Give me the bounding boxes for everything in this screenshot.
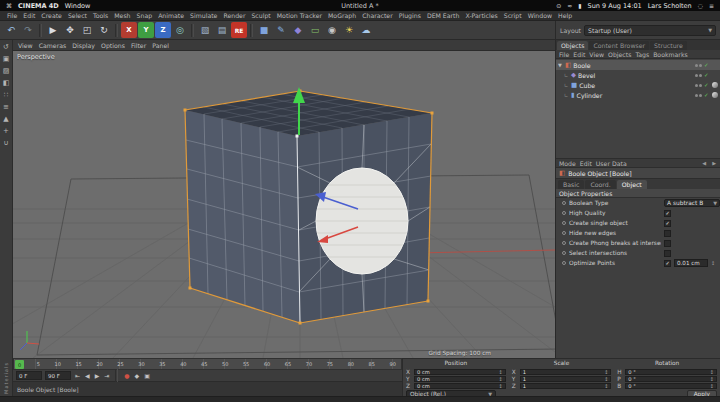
anim-dot-icon[interactable] <box>562 261 566 265</box>
cube-primitive-icon[interactable]: ■ <box>256 22 272 38</box>
y-axis-lock-button[interactable]: Y <box>138 22 154 38</box>
redo-icon[interactable]: ↷ <box>20 22 36 38</box>
vp-menu-options[interactable]: Options <box>99 42 127 49</box>
stepper-icon[interactable]: ↕ <box>498 383 502 389</box>
layout-dropdown[interactable]: Startup (User) ▼ <box>584 25 716 36</box>
z-axis-lock-button[interactable]: Z <box>155 22 171 38</box>
snap-icon[interactable]: ∪ <box>3 140 8 147</box>
scale-tool-icon[interactable]: ◰ <box>79 22 95 38</box>
scale-z-field[interactable]: 1↕ <box>520 383 612 389</box>
points-mode-icon[interactable]: ∷ <box>4 92 8 99</box>
undo-icon[interactable]: ↶ <box>3 22 19 38</box>
menu-item-tools[interactable]: Tools <box>90 12 111 19</box>
vp-menu-cameras[interactable]: Cameras <box>37 42 69 49</box>
vp-menu-display[interactable]: Display <box>70 42 97 49</box>
stepper-icon[interactable]: ↕ <box>710 376 714 382</box>
end-frame-field[interactable]: 90 F <box>45 371 71 380</box>
position-y-field[interactable]: 0 cm↕ <box>414 376 506 382</box>
coordinate-system-icon[interactable]: ◎ <box>172 22 188 38</box>
record-options-icon[interactable]: ▣ <box>143 372 151 379</box>
light-icon[interactable]: ☀ <box>341 22 357 38</box>
om-menu-objects[interactable]: Objects <box>608 51 631 58</box>
battery-icon[interactable]: ▮ <box>578 2 581 9</box>
app-menu-name[interactable]: CINEMA 4D <box>18 2 59 10</box>
render-view-icon[interactable]: ▧ <box>197 22 213 38</box>
object-properties-header[interactable]: Object Properties <box>556 189 720 198</box>
scale-x-field[interactable]: 1↕ <box>520 369 612 375</box>
stepper-icon[interactable]: ↕ <box>710 369 714 375</box>
vp-menu-filter[interactable]: Filter <box>129 42 148 49</box>
display-icon[interactable]: ⊙ <box>556 2 561 9</box>
menu-item-dem-earth[interactable]: DEM Earth <box>424 12 463 19</box>
visibility-dots[interactable] <box>695 64 702 67</box>
tab-objects[interactable]: Objects <box>557 41 588 50</box>
mac-menu-window[interactable]: Window <box>65 2 91 10</box>
stepper-icon[interactable]: ↕ <box>710 383 714 389</box>
stepper-icon[interactable]: ↕ <box>498 376 502 382</box>
attr-menu-mode[interactable]: Mode <box>559 160 576 167</box>
move-tool-icon[interactable]: ✥ <box>62 22 78 38</box>
cube-left-face[interactable] <box>185 110 300 323</box>
tab-content-browser[interactable]: Content Browser <box>589 41 649 50</box>
model-mode-icon[interactable]: ▣ <box>3 56 10 63</box>
mac-clock[interactable]: Sun 9 Aug 14:01 <box>588 2 642 10</box>
tab-structure[interactable]: Structure <box>650 41 687 50</box>
select-intersections-checkbox[interactable] <box>664 250 671 257</box>
materials-panel-tab[interactable]: Materials <box>3 362 9 394</box>
menu-item-edit[interactable]: Edit <box>20 12 38 19</box>
workplane-mode-icon[interactable]: ◧ <box>3 80 10 87</box>
menu-item-animate[interactable]: Animate <box>155 12 187 19</box>
axis-mode-icon[interactable]: + <box>3 128 9 135</box>
menu-item-sculpt[interactable]: Sculpt <box>248 12 273 19</box>
om-menu-edit[interactable]: Edit <box>573 51 585 58</box>
menu-item-script[interactable]: Script <box>501 12 525 19</box>
rotation-p-field[interactable]: 0 °↕ <box>625 376 717 382</box>
live-selection-icon[interactable]: ▶ <box>45 22 61 38</box>
spotlight-icon[interactable]: ◌ <box>698 2 703 9</box>
object-row-cylinder[interactable]: ∟ ▮ Cylinder ✓ <box>556 90 720 100</box>
menu-item-x-particles[interactable]: X-Particles <box>462 12 500 19</box>
anim-dot-icon[interactable] <box>562 211 566 215</box>
current-frame-field[interactable]: 0 F <box>16 371 42 380</box>
stepper-icon[interactable]: ↕ <box>604 369 608 375</box>
phong-breaks-checkbox[interactable] <box>664 240 671 247</box>
om-menu-view[interactable]: View <box>589 51 604 58</box>
phong-tag-icon[interactable] <box>712 82 718 88</box>
menu-item-window[interactable]: Window <box>525 12 555 19</box>
menu-item-help[interactable]: Help <box>555 12 575 19</box>
timeline-playhead[interactable]: 0 <box>15 360 24 369</box>
anim-dot-icon[interactable] <box>562 251 566 255</box>
om-menu-file[interactable]: File <box>559 51 569 58</box>
sky-icon[interactable]: ☁ <box>358 22 374 38</box>
tab-coord[interactable]: Coord. <box>585 180 615 189</box>
stepper-icon[interactable]: ↕ <box>604 383 608 389</box>
history-forward-icon[interactable]: ▶ <box>711 160 717 166</box>
stepper-icon[interactable]: ↕ <box>498 369 502 375</box>
go-to-end-icon[interactable]: ⇥ <box>103 372 110 379</box>
autokey-icon[interactable]: ● <box>123 372 130 379</box>
history-back-icon[interactable]: ◀ <box>701 160 707 166</box>
object-row-bevel[interactable]: ∟ ◆ Bevel ✓ <box>556 70 720 80</box>
menu-item-plugins[interactable]: Plugins <box>396 12 424 19</box>
optimize-points-checkbox[interactable]: ✓ <box>664 260 671 267</box>
enabled-tick[interactable]: ✓ <box>704 82 710 88</box>
x-axis-lock-button[interactable]: X <box>121 22 137 38</box>
vp-menu-panel[interactable]: Panel <box>150 42 171 49</box>
keyframe-icon[interactable]: ◆ <box>134 372 141 379</box>
expander-icon[interactable]: ▼ <box>558 62 563 68</box>
phong-tag-icon[interactable] <box>712 92 718 98</box>
subdivision-surface-icon[interactable]: ◆ <box>290 22 306 38</box>
menu-item-character[interactable]: Character <box>359 12 396 19</box>
camera-icon[interactable]: ◉ <box>324 22 340 38</box>
enabled-tick[interactable]: ✓ <box>704 62 710 68</box>
menu-item-motion-tracker[interactable]: Motion Tracker <box>274 12 325 19</box>
notification-center-icon[interactable]: ≡ <box>709 2 714 9</box>
rotate-tool-icon[interactable]: ↻ <box>96 22 112 38</box>
tab-basic[interactable]: Basic <box>558 180 584 189</box>
anim-dot-icon[interactable] <box>562 221 566 225</box>
menu-item-select[interactable]: Select <box>65 12 90 19</box>
enabled-tick[interactable]: ✓ <box>704 72 710 78</box>
tab-object[interactable]: Object <box>617 180 647 189</box>
polygons-mode-icon[interactable]: ▲ <box>3 116 8 123</box>
make-editable-icon[interactable]: ↺ <box>3 44 9 51</box>
